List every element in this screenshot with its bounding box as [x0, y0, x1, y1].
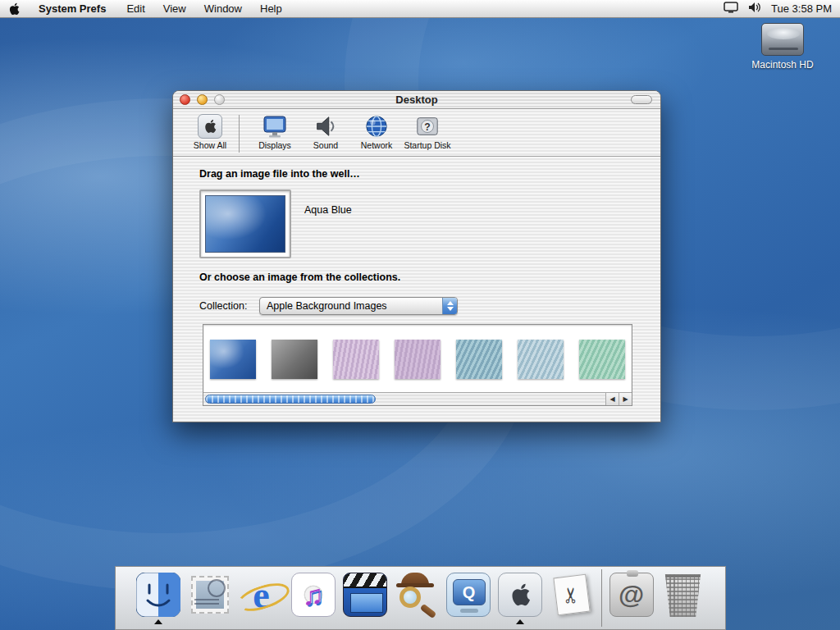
volume-menu-icon[interactable] — [748, 2, 761, 16]
scroll-right-button[interactable]: ▶ — [619, 393, 632, 405]
desktop-prefs-window: Desktop Show All Displays — [172, 90, 661, 422]
dock-system-prefs-icon[interactable] — [498, 573, 542, 623]
menu-app-name[interactable]: System Prefs — [30, 0, 117, 18]
clapperboard-icon — [343, 573, 387, 617]
drag-prompt: Drag an image file into the well… — [199, 168, 360, 180]
choose-prompt: Or choose an image from the collections. — [199, 272, 400, 283]
collection-thumbnail-aqua-blue[interactable] — [210, 340, 256, 379]
dock-mail-icon[interactable] — [188, 573, 232, 623]
menu-help[interactable]: Help — [251, 0, 291, 18]
collection-popup-value: Apple Background Images — [260, 300, 442, 312]
apple-logo-icon — [8, 2, 20, 16]
collection-scrollbar[interactable]: ◀ ▶ — [203, 392, 632, 405]
svg-text:?: ? — [424, 121, 430, 133]
desktop-background: System Prefs Edit View Window Help Tue 3… — [0, 0, 840, 630]
running-indicator — [516, 619, 524, 624]
toolbar-displays[interactable]: Displays — [249, 113, 300, 150]
hard-drive-icon — [761, 23, 804, 56]
collection-thumbnail-teal-fabric[interactable] — [456, 340, 502, 379]
toolbar-show-all[interactable]: Show All — [186, 113, 234, 150]
show-all-apple-icon — [198, 114, 222, 139]
running-indicator — [154, 619, 162, 624]
dock-clippings-icon[interactable]: ✂ — [550, 573, 594, 623]
window-titlebar[interactable]: Desktop — [173, 91, 660, 109]
collection-thumbnail-graphite[interactable] — [272, 340, 317, 379]
scissors-icon: ✂ — [559, 586, 584, 604]
dock-internet-explorer-icon[interactable]: e — [240, 573, 284, 623]
dock-trash-icon[interactable] — [661, 573, 705, 623]
image-well[interactable] — [199, 189, 291, 258]
menu-window[interactable]: Window — [195, 0, 251, 18]
dock-itunes-icon[interactable]: ♫ — [291, 573, 336, 623]
dock-imovie-icon[interactable] — [343, 573, 387, 623]
displays-menu-icon[interactable] — [724, 2, 738, 16]
hd-label: Macintosh HD — [751, 59, 815, 71]
close-button[interactable] — [180, 94, 190, 105]
toolbar-startup-disk[interactable]: ? Startup Disk — [402, 113, 453, 150]
scroll-left-button[interactable]: ◀ — [605, 393, 619, 405]
collection-thumbnail-seafoam[interactable] — [579, 340, 625, 379]
dock-quicktime-icon[interactable]: Q — [446, 573, 491, 623]
stamp-icon — [191, 576, 229, 614]
collection-thumbnail-pale-blue[interactable] — [518, 340, 564, 379]
collection-strip: ◀ ▶ — [203, 324, 632, 406]
dock: e ♫ Q ✂ @ — [115, 566, 726, 630]
popup-arrows-icon — [442, 298, 457, 314]
menu-clock[interactable]: Tue 3:58 PM — [771, 2, 832, 15]
collapse-widget[interactable] — [631, 95, 652, 104]
current-wallpaper-thumbnail — [205, 195, 285, 253]
collection-popup[interactable]: Apple Background Images — [259, 297, 458, 315]
show-all-label: Show All — [186, 140, 234, 150]
collection-thumbnail-lilac[interactable] — [395, 340, 441, 379]
toolbar-sound[interactable]: Sound — [300, 113, 351, 150]
minimize-button[interactable] — [197, 94, 208, 105]
zoom-button[interactable] — [214, 94, 225, 105]
preferences-toolbar: Show All Displays Sound Network — [173, 109, 660, 157]
dock-sherlock-icon[interactable] — [395, 573, 439, 623]
dock-at-stamp-icon[interactable]: @ — [609, 573, 654, 623]
thumbnail-row — [203, 325, 632, 394]
apple-menu[interactable] — [0, 2, 30, 16]
wallpaper-name: Aqua Blue — [304, 204, 352, 216]
startup-disk-icon: ? — [414, 113, 441, 139]
macintosh-hd-icon[interactable]: Macintosh HD — [751, 23, 815, 71]
trash-basket-icon — [661, 573, 705, 617]
menu-edit[interactable]: Edit — [117, 0, 153, 18]
collection-thumbnail-lilac-ribs[interactable] — [333, 340, 379, 379]
scrollbar-thumb[interactable] — [205, 395, 376, 404]
window-title: Desktop — [173, 94, 660, 106]
menu-view[interactable]: View — [154, 0, 195, 18]
toolbar-separator — [239, 115, 240, 153]
collection-label: Collection: — [199, 300, 247, 312]
sound-icon — [313, 113, 339, 139]
displays-icon — [262, 113, 288, 139]
dock-finder-icon[interactable] — [136, 573, 180, 623]
toolbar-network[interactable]: Network — [351, 113, 402, 150]
menu-bar: System Prefs Edit View Window Help Tue 3… — [0, 0, 840, 18]
window-content: Drag an image file into the well… Aqua B… — [173, 157, 660, 422]
network-globe-icon — [363, 113, 390, 139]
dock-separator — [601, 569, 602, 627]
